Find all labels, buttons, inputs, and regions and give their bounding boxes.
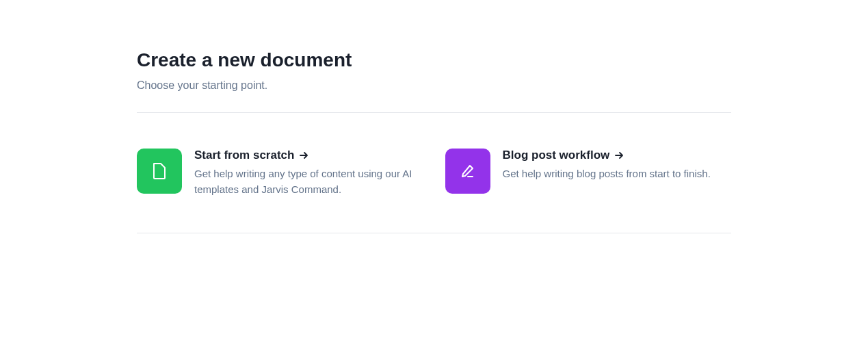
option-title: Blog post workflow xyxy=(503,149,732,162)
page-subtitle: Choose your starting point. xyxy=(137,79,731,92)
header-section: Create a new document Choose your starti… xyxy=(137,49,731,113)
option-title-text: Blog post workflow xyxy=(503,149,610,162)
option-description: Get help writing any type of content usi… xyxy=(194,166,423,197)
option-description: Get help writing blog posts from start t… xyxy=(503,166,732,182)
option-content: Start from scratch Get help writing any … xyxy=(194,149,423,197)
arrow-right-icon xyxy=(298,150,309,161)
option-blog-post-workflow[interactable]: Blog post workflow Get help writing blog… xyxy=(445,149,732,197)
document-icon xyxy=(137,149,182,194)
option-title-text: Start from scratch xyxy=(194,149,294,162)
page-title: Create a new document xyxy=(137,49,731,71)
option-start-from-scratch[interactable]: Start from scratch Get help writing any … xyxy=(137,149,423,197)
option-content: Blog post workflow Get help writing blog… xyxy=(503,149,732,182)
option-title: Start from scratch xyxy=(194,149,423,162)
arrow-right-icon xyxy=(614,150,624,161)
pencil-icon xyxy=(445,149,490,194)
options-section: Start from scratch Get help writing any … xyxy=(137,113,731,233)
